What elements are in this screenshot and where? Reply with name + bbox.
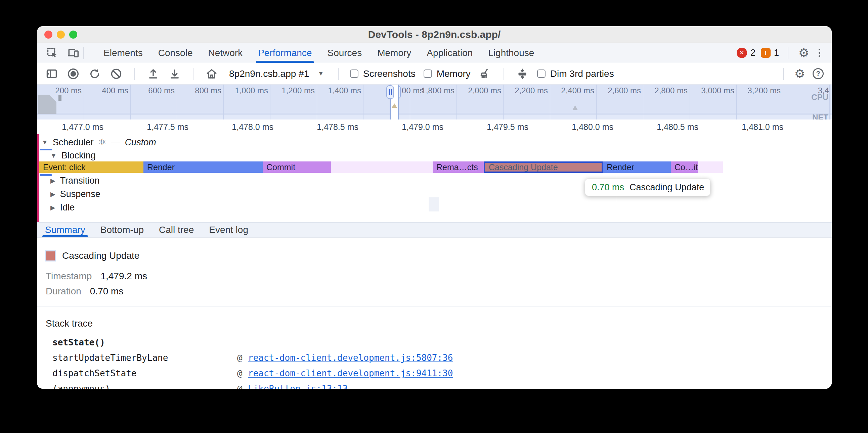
tab-console[interactable]: Console <box>158 43 193 63</box>
frame-source-link[interactable]: react-dom-client.development.js:5807:36 <box>248 353 453 363</box>
more-options-icon[interactable] <box>816 49 823 57</box>
react-atom-icon: ⚛ <box>98 137 106 148</box>
tab-performance[interactable]: Performance <box>258 43 312 63</box>
expand-triangle-icon[interactable]: ▼ <box>51 152 57 160</box>
dim-3rd-parties-label: Dim 3rd parties <box>550 68 614 79</box>
capture-settings-gear-icon[interactable]: ⚙ <box>793 67 807 80</box>
transition-group-row[interactable]: ▶ Transition <box>51 175 99 186</box>
track-area[interactable]: ▼ Scheduler ⚛ — Custom ▼ Blocking Event:… <box>37 134 832 222</box>
collapsed-triangle-icon[interactable]: ▶ <box>51 204 55 211</box>
devtools-window: DevTools - 8p2n9n.csb.app/ ElementsConso… <box>37 26 832 389</box>
scheduler-track-header[interactable]: ▼ Scheduler ⚛ — Custom <box>42 137 156 148</box>
toggle-sidebar-icon[interactable] <box>45 67 58 80</box>
tab-network[interactable]: Network <box>208 43 243 63</box>
overview-tick-label: 00 ms <box>402 86 424 95</box>
record-and-reload-icon[interactable] <box>88 67 101 80</box>
overview-gridline <box>363 85 364 120</box>
load-profile-icon[interactable] <box>147 67 160 80</box>
timestamp-value: 1,479.2 ms <box>100 271 147 281</box>
timeline-event-render[interactable]: Render <box>144 162 263 173</box>
overview-tick-label: 3,4 <box>818 86 831 95</box>
timeline-event-band[interactable] <box>331 162 433 173</box>
overview-tick-label: 2,000 ms <box>468 86 503 95</box>
help-icon[interactable]: ? <box>813 68 824 79</box>
tab-application[interactable]: Application <box>427 43 473 63</box>
checkbox-box[interactable] <box>537 69 546 78</box>
timeline-event-band[interactable] <box>698 162 723 173</box>
save-profile-icon[interactable] <box>168 67 181 80</box>
devtools-tab-bar: ElementsConsoleNetworkPerformanceSources… <box>37 43 832 63</box>
cpu-activity-shape <box>38 95 56 114</box>
settings-gear-icon[interactable]: ⚙ <box>797 46 811 60</box>
frame-function-name: dispatchSetState <box>53 368 237 378</box>
details-tab-call-tree[interactable]: Call tree <box>159 223 194 237</box>
overview-tick-label: 1,800 ms <box>421 86 457 95</box>
tab-lighthouse[interactable]: Lighthouse <box>488 43 534 63</box>
idle-group-row[interactable]: ▶ Idle <box>51 202 74 213</box>
dim-3rd-parties-checkbox[interactable]: Dim 3rd parties <box>537 68 614 79</box>
frame-source-link[interactable]: LikeButton.js:13:13 <box>248 384 348 389</box>
tab-memory[interactable]: Memory <box>377 43 411 63</box>
overview-tick-label: 200 ms <box>55 86 84 95</box>
timeline-event-event-click[interactable]: Event: click <box>39 162 144 173</box>
overview-tick-label: 1,000 ms <box>235 86 270 95</box>
flame-chart-row[interactable]: Event: clickRenderCommitRema…ctsCascadin… <box>37 162 832 173</box>
timeline-event-rema-cts[interactable]: Rema…cts <box>433 162 484 173</box>
cpu-activity-mark <box>58 95 61 101</box>
device-toolbar-icon[interactable] <box>66 46 80 60</box>
overview-gridline <box>783 85 783 120</box>
timeline-event-render[interactable]: Render <box>603 162 671 173</box>
transition-group-label: Transition <box>60 175 100 186</box>
history-dropdown[interactable]: 8p2n9n.csb.app #1 ▼ <box>226 68 327 79</box>
expand-triangle-icon[interactable]: ▼ <box>42 139 48 146</box>
timeline-event-cascading-update[interactable]: Cascading Update <box>484 162 603 173</box>
timeline-overview[interactable]: CPU NET 200 ms400 ms600 ms800 ms1,000 ms… <box>37 85 832 120</box>
timeline-event-commit[interactable]: Commit <box>263 162 331 173</box>
blocking-group-label: Blocking <box>61 151 96 161</box>
net-label: NET <box>812 113 828 120</box>
overview-tick-label: 400 ms <box>102 86 130 95</box>
overview-tick-label: 600 ms <box>148 86 177 95</box>
screenshots-checkbox[interactable]: Screenshots <box>350 68 415 79</box>
overview-gridline <box>596 85 597 120</box>
details-tab-event-log[interactable]: Event log <box>209 223 248 237</box>
timeline-event-co-it[interactable]: Co…it <box>671 162 698 173</box>
checkbox-box[interactable] <box>350 69 359 78</box>
suspense-group-row[interactable]: ▶ Suspense <box>51 189 100 199</box>
selection-left-handle[interactable] <box>386 85 394 99</box>
overview-gridline <box>223 85 224 120</box>
overview-gridline <box>177 85 177 120</box>
net-band <box>37 114 832 120</box>
overview-tick-label: 2,600 ms <box>608 86 643 95</box>
details-tab-summary[interactable]: Summary <box>45 223 85 237</box>
duration-value: 0.70 ms <box>90 286 124 297</box>
clear-icon[interactable] <box>110 67 123 80</box>
blocking-group-row[interactable]: ▼ Blocking <box>51 151 96 161</box>
chevron-down-icon: ▼ <box>318 70 324 77</box>
panel-tabs: ElementsConsoleNetworkPerformanceSources… <box>103 43 534 63</box>
history-selected-label: 8p2n9n.csb.app #1 <box>229 68 309 79</box>
track-gridline <box>702 134 702 222</box>
dash-separator: — <box>111 137 120 148</box>
details-tab-bar: SummaryBottom-upCall treeEvent log <box>37 222 832 238</box>
home-icon[interactable] <box>205 67 218 80</box>
collapsed-triangle-icon[interactable]: ▶ <box>51 177 55 185</box>
overview-gridline <box>84 85 84 120</box>
memory-label: Memory <box>437 68 471 79</box>
inspect-element-icon[interactable] <box>46 46 59 60</box>
warning-badge-icon[interactable]: ! <box>761 48 771 58</box>
collapsed-triangle-icon[interactable]: ▶ <box>51 190 55 198</box>
record-icon[interactable] <box>66 67 80 80</box>
event-tooltip: 0.70 ms Cascading Update <box>585 178 710 196</box>
tab-elements[interactable]: Elements <box>103 43 143 63</box>
memory-checkbox[interactable]: Memory <box>424 68 471 79</box>
checkbox-box[interactable] <box>424 69 432 78</box>
divider <box>338 68 339 80</box>
shortcuts-collapse-icon[interactable] <box>516 67 529 80</box>
error-badge-icon[interactable]: ✕ <box>737 48 747 58</box>
details-tab-bottom-up[interactable]: Bottom-up <box>100 223 144 237</box>
overview-tick-label: 2,200 ms <box>515 86 550 95</box>
collect-garbage-icon[interactable] <box>479 67 492 80</box>
tab-sources[interactable]: Sources <box>327 43 362 63</box>
frame-source-link[interactable]: react-dom-client.development.js:9411:30 <box>248 368 453 378</box>
